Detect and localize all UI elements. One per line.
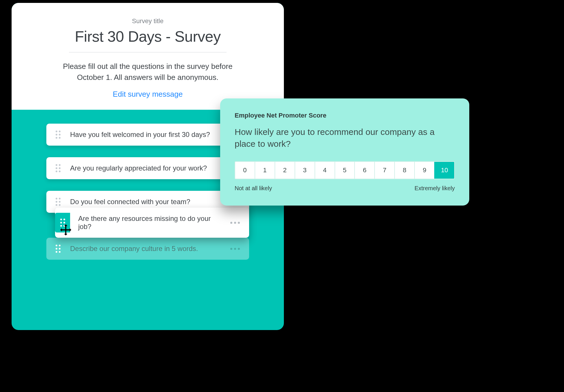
drag-handle-icon[interactable] xyxy=(54,198,62,206)
more-options-icon[interactable] xyxy=(229,220,242,226)
nps-cell-4[interactable]: 4 xyxy=(315,162,335,179)
nps-cell-0[interactable]: 0 xyxy=(235,162,255,179)
nps-cell-1[interactable]: 1 xyxy=(255,162,275,179)
nps-cell-2[interactable]: 2 xyxy=(275,162,295,179)
nps-high-label: Extremely likely xyxy=(415,185,455,192)
survey-message: Please fill out all the questions in the… xyxy=(49,61,246,83)
survey-title-wrap[interactable]: First 30 Days - Survey xyxy=(69,28,226,52)
question-card[interactable]: Are you regularly appreciated for your w… xyxy=(46,157,249,179)
drag-handle-icon[interactable] xyxy=(54,164,62,172)
nps-cell-7[interactable]: 7 xyxy=(374,162,394,179)
nps-cell-6[interactable]: 6 xyxy=(354,162,374,179)
nps-cell-9[interactable]: 9 xyxy=(414,162,434,179)
nps-low-label: Not at all likely xyxy=(235,185,272,192)
drag-handle-active[interactable] xyxy=(55,213,70,232)
survey-title[interactable]: First 30 Days - Survey xyxy=(75,28,220,50)
question-text: Do you feel connected with your team? xyxy=(70,198,220,206)
question-card-dragging[interactable]: Are there any resources missing to do yo… xyxy=(55,208,249,238)
survey-header: Survey title First 30 Days - Survey Plea… xyxy=(12,3,284,110)
more-options-icon[interactable] xyxy=(229,246,242,252)
nps-cell-3[interactable]: 3 xyxy=(295,162,315,179)
question-text: Have you felt welcomed in your first 30 … xyxy=(70,131,242,139)
nps-scale: 012345678910 xyxy=(235,161,455,179)
drag-handle-icon[interactable] xyxy=(54,245,62,253)
drag-handle-icon[interactable] xyxy=(54,131,62,139)
nps-cell-5[interactable]: 5 xyxy=(335,162,355,179)
question-text: Are you regularly appreciated for your w… xyxy=(70,164,242,172)
edit-survey-message-link[interactable]: Edit survey message xyxy=(113,90,182,99)
question-text: Are there any resources missing to do yo… xyxy=(78,215,220,231)
question-text: Describe our company culture in 5 words. xyxy=(70,245,220,253)
nps-cell-10[interactable]: 10 xyxy=(434,162,454,179)
nps-endpoints: Not at all likely Extremely likely xyxy=(235,185,455,192)
nps-label: Employee Net Promoter Score xyxy=(235,112,455,119)
nps-question: How likely are you to recommend our comp… xyxy=(235,126,455,150)
nps-cell-8[interactable]: 8 xyxy=(394,162,414,179)
survey-title-label: Survey title xyxy=(23,17,272,25)
question-card-placeholder[interactable]: Describe our company culture in 5 words. xyxy=(46,238,249,260)
nps-card: Employee Net Promoter Score How likely a… xyxy=(220,98,469,206)
move-cursor-icon xyxy=(59,223,72,237)
question-card[interactable]: Have you felt welcomed in your first 30 … xyxy=(46,124,249,146)
